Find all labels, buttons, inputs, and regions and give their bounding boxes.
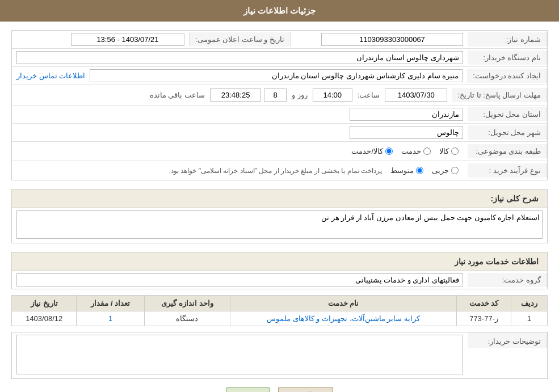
buyer-org-input bbox=[16, 51, 463, 64]
col-service-code: کد خدمت bbox=[457, 296, 511, 311]
need-number-row: شماره نیاز: تاریخ و ساعت اعلان عمومی: bbox=[12, 31, 547, 49]
requester-value: اطلاعات تماس خریدار bbox=[12, 67, 467, 85]
announce-label: تاریخ و ساعت اعلان عمومی: bbox=[189, 32, 291, 47]
category-khedmat-option[interactable]: خدمت bbox=[401, 147, 431, 155]
city-row: شهر محل تحویل: bbox=[12, 124, 547, 142]
service-group-row: گروه خدمت: bbox=[12, 271, 547, 289]
city-value bbox=[12, 124, 468, 141]
announce-input bbox=[71, 33, 184, 46]
cell-unit: دستگاه bbox=[145, 311, 230, 326]
main-info-section: شماره نیاز: تاریخ و ساعت اعلان عمومی: نا… bbox=[11, 30, 548, 180]
page-wrapper: جزئیات اطلاعات نیاز شماره نیاز: تاریخ و … bbox=[0, 0, 559, 392]
purchase-type-jozi-radio[interactable] bbox=[451, 167, 459, 174]
purchase-type-motavasset-label: متوسط bbox=[390, 166, 414, 175]
category-radio-group: کالا خدمت کالا/خدمت bbox=[16, 144, 463, 158]
category-khedmat-radio[interactable] bbox=[423, 147, 431, 155]
reply-deadline-value: ساعت: روز و ساعت باقی مانده bbox=[12, 85, 452, 105]
service-group-input bbox=[16, 273, 463, 286]
services-table: ردیف کد خدمت نام خدمت واحد اندازه گیری ت… bbox=[11, 295, 548, 326]
need-desc-label: شرح کلی نیاز: bbox=[491, 194, 539, 203]
reply-date-input bbox=[385, 88, 447, 102]
buyer-org-value bbox=[12, 49, 468, 66]
buyer-desc-section: توضیحات خریدار: bbox=[11, 332, 548, 379]
cell-service-code: ز-77-773 bbox=[457, 311, 511, 326]
reply-time-label: ساعت: bbox=[355, 91, 383, 99]
purchase-type-note: پرداخت تمام یا بخشی از مبلغ خریدار از مح… bbox=[169, 167, 382, 175]
purchase-type-row: نوع فرآیند خرید : جزیی متوسط پرداخت تمام… bbox=[12, 161, 547, 180]
cell-need-date: 1403/08/12 bbox=[12, 311, 77, 326]
buyer-desc-textarea[interactable] bbox=[16, 335, 463, 374]
announce-value bbox=[12, 31, 189, 48]
need-desc-section: استعلام اجاره کامیون جهت حمل بیس از معاد… bbox=[11, 208, 548, 243]
cell-row-num: 1 bbox=[511, 311, 547, 326]
service-group-label: گروه خدمت: bbox=[468, 273, 547, 287]
services-table-section: ردیف کد خدمت نام خدمت واحد اندازه گیری ت… bbox=[11, 295, 548, 326]
purchase-type-jozi-option[interactable]: جزیی bbox=[432, 166, 459, 175]
requester-input bbox=[90, 69, 463, 82]
city-input bbox=[350, 126, 463, 139]
need-desc-textarea: استعلام اجاره کامیون جهت حمل بیس از معاد… bbox=[16, 210, 543, 239]
col-need-date: تاریخ نیاز bbox=[12, 296, 77, 311]
reply-remaining-label: ساعت باقی مانده bbox=[148, 91, 207, 99]
province-value bbox=[12, 106, 468, 123]
purchase-type-jozi-label: جزیی bbox=[432, 166, 449, 175]
province-input bbox=[350, 108, 463, 121]
category-kala-option[interactable]: کالا bbox=[439, 147, 459, 155]
col-quantity: تعداد / مقدار bbox=[77, 296, 145, 311]
page-header: جزئیات اطلاعات نیاز bbox=[0, 0, 559, 22]
buyer-org-label: نام دستگاه خریدار: bbox=[468, 50, 547, 65]
col-service-name: نام خدمت bbox=[230, 296, 456, 311]
city-label: شهر محل تحویل: bbox=[468, 125, 547, 140]
purchase-type-motavasset-option[interactable]: متوسط bbox=[390, 166, 423, 175]
reply-deadline-label: مهلت ارسال پاسخ: تا تاریخ: bbox=[452, 88, 547, 102]
need-desc-section-title: شرح کلی نیاز: bbox=[11, 189, 548, 208]
buyer-org-row: نام دستگاه خریدار: bbox=[12, 49, 547, 67]
purchase-type-motavasset-radio[interactable] bbox=[416, 167, 423, 174]
table-header-row: ردیف کد خدمت نام خدمت واحد اندازه گیری ت… bbox=[12, 296, 548, 311]
table-row: 1 ز-77-773 کرایه سایر ماشین‌آلات، تجهیزا… bbox=[12, 311, 548, 326]
requester-row: ایجاد کننده درخواست: اطلاعات تماس خریدار bbox=[12, 67, 547, 85]
purchase-type-value: جزیی متوسط پرداخت تمام یا بخشی از مبلغ خ… bbox=[12, 161, 468, 180]
col-row-num: ردیف bbox=[511, 296, 547, 311]
services-info-section: گروه خدمت: bbox=[11, 271, 548, 289]
purchase-type-radio-group: جزیی متوسط پرداخت تمام یا بخشی از مبلغ خ… bbox=[16, 163, 463, 178]
need-desc-value: استعلام اجاره کامیون جهت حمل بیس از معاد… bbox=[12, 208, 547, 243]
need-number-input bbox=[321, 33, 463, 46]
category-kala-khedmat-radio[interactable] bbox=[385, 147, 393, 155]
page-title: جزئیات اطلاعات نیاز bbox=[243, 6, 316, 15]
buyer-desc-label: توضیحات خریدار: bbox=[468, 332, 547, 348]
category-row: طبقه بندی موضوعی: کالا خدمت bbox=[12, 142, 547, 161]
back-button[interactable]: بازگشت bbox=[278, 387, 333, 392]
province-row: استان محل تحویل: bbox=[12, 106, 547, 124]
reply-remaining-input bbox=[210, 88, 261, 102]
content-area: شماره نیاز: تاریخ و ساعت اعلان عمومی: نا… bbox=[0, 22, 559, 392]
category-kala-khedmat-option[interactable]: کالا/خدمت bbox=[351, 147, 393, 155]
need-desc-row: استعلام اجاره کامیون جهت حمل بیس از معاد… bbox=[12, 208, 547, 243]
reply-deadline-row: مهلت ارسال پاسخ: تا تاریخ: ساعت: روز و س… bbox=[12, 85, 547, 106]
buttons-row: بازگشت چاپ bbox=[11, 387, 548, 392]
category-label: طبقه بندی موضوعی: bbox=[468, 144, 547, 158]
col-unit: واحد اندازه گیری bbox=[145, 296, 230, 311]
category-kala-radio[interactable] bbox=[451, 147, 459, 155]
province-label: استان محل تحویل: bbox=[468, 107, 547, 121]
category-khedmat-label: خدمت bbox=[401, 147, 421, 155]
services-title: اطلاعات خدمات مورد نیاز bbox=[455, 257, 539, 266]
need-number-value bbox=[291, 31, 468, 48]
reply-days-label: روز و bbox=[289, 91, 310, 99]
category-kala-label: کالا bbox=[439, 147, 449, 155]
need-number-label: شماره نیاز: bbox=[468, 32, 547, 47]
print-button[interactable]: چاپ bbox=[226, 387, 270, 392]
cell-service-name: کرایه سایر ماشین‌آلات، تجهیزات و کالاهای… bbox=[230, 311, 456, 326]
reply-time-input bbox=[313, 88, 352, 102]
requester-label: ایجاد کننده درخواست: bbox=[467, 69, 547, 83]
cell-quantity: 1 bbox=[77, 311, 145, 326]
service-group-value bbox=[12, 271, 468, 289]
buyer-desc-value bbox=[12, 332, 468, 378]
category-value: کالا خدمت کالا/خدمت bbox=[12, 142, 468, 161]
category-kala-khedmat-label: کالا/خدمت bbox=[351, 147, 383, 155]
services-section-title: اطلاعات خدمات مورد نیاز bbox=[11, 252, 548, 271]
reply-days-input bbox=[264, 88, 287, 102]
purchase-type-label: نوع فرآیند خرید : bbox=[468, 163, 547, 178]
requester-contact-link[interactable]: اطلاعات تماس خریدار bbox=[16, 71, 85, 80]
